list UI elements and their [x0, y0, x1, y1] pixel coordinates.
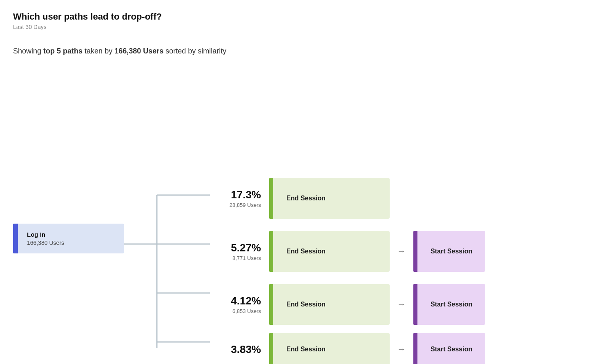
path-row-2: 5.27% 8,771 Users End Session → Start Se…: [210, 227, 485, 276]
end-session-bar-4: [269, 333, 273, 364]
start-session-bar-2: [413, 231, 417, 272]
divider: [13, 37, 576, 37]
path-1-end-session[interactable]: End Session: [269, 178, 390, 219]
summary-suffix: sorted by similarity: [165, 47, 226, 55]
summary-prefix: Showing: [13, 47, 41, 55]
path-2-end-session[interactable]: End Session: [269, 231, 390, 272]
summary-bold1: top 5 paths: [43, 47, 83, 55]
end-session-box-3: End Session: [273, 284, 390, 325]
path-3-stats: 4.12% 6,853 Users: [210, 295, 269, 314]
paths-container: 17.3% 28,859 Users End Session 5.27% 8,7…: [210, 174, 485, 364]
path-4-end-session-partial[interactable]: End Session: [269, 333, 390, 364]
path-1-percentage: 17.3%: [210, 189, 261, 201]
start-session-bar-4: [413, 333, 417, 364]
start-session-label-2: Start Session: [431, 248, 472, 255]
end-session-box-2: End Session: [273, 231, 390, 272]
end-session-box-1: End Session: [273, 178, 390, 219]
path-3-users: 6,853 Users: [210, 308, 261, 314]
path-4-percentage: 3.83%: [210, 343, 261, 356]
end-session-label-4: End Session: [286, 346, 326, 353]
end-session-bar-2: [269, 231, 273, 272]
start-session-box-2: Start Session: [417, 231, 485, 272]
date-range: Last 30 Days: [13, 24, 576, 30]
end-session-box-4: End Session: [273, 333, 390, 364]
login-box: Log In 166,380 Users: [18, 224, 124, 253]
end-session-label-1: End Session: [286, 195, 326, 202]
login-users: 166,380 Users: [27, 240, 115, 246]
login-label: Log In: [27, 231, 115, 238]
path-3-end-session[interactable]: End Session: [269, 284, 390, 325]
start-session-label-3: Start Session: [431, 301, 472, 308]
path-4-start-session-partial[interactable]: Start Session: [413, 333, 485, 364]
path-row-4-partial: 3.83% End Session → Start Session: [210, 333, 485, 364]
path-row-3: 4.12% 6,853 Users End Session → Start Se…: [210, 280, 485, 329]
end-session-label-2: End Session: [286, 248, 326, 255]
path-2-stats: 5.27% 8,771 Users: [210, 242, 269, 261]
page-title: Which user paths lead to drop-off?: [13, 11, 576, 22]
path-2-percentage: 5.27%: [210, 242, 261, 254]
path-1-users: 28,859 Users: [210, 202, 261, 208]
start-session-bar-3: [413, 284, 417, 325]
login-bar: [13, 224, 18, 253]
path-2-arrow: →: [397, 246, 406, 257]
start-session-label-4: Start Session: [431, 346, 472, 353]
summary-text: Showing top 5 paths taken by 166,380 Use…: [13, 47, 576, 55]
path-1-stats: 17.3% 28,859 Users: [210, 189, 269, 208]
path-4-arrow: →: [397, 344, 406, 355]
path-2-users: 8,771 Users: [210, 255, 261, 261]
path-3-arrow: →: [397, 299, 406, 310]
end-session-bar-1: [269, 178, 273, 219]
page-container: Which user paths lead to drop-off? Last …: [0, 0, 589, 346]
path-row-1: 17.3% 28,859 Users End Session: [210, 174, 485, 223]
end-session-bar-3: [269, 284, 273, 325]
path-4-stats: 3.83%: [210, 343, 269, 356]
end-session-label-3: End Session: [286, 301, 326, 308]
sankey-diagram: Log In 166,380 Users: [13, 69, 576, 346]
summary-bold2: 166,380 Users: [114, 47, 163, 55]
login-node: Log In 166,380 Users: [13, 224, 124, 253]
path-3-percentage: 4.12%: [210, 295, 261, 307]
path-2-start-session[interactable]: Start Session: [413, 231, 485, 272]
path-3-start-session[interactable]: Start Session: [413, 284, 485, 325]
summary-middle: taken by: [85, 47, 112, 55]
start-session-box-4: Start Session: [417, 333, 485, 364]
start-session-box-3: Start Session: [417, 284, 485, 325]
header-section: Which user paths lead to drop-off? Last …: [13, 11, 576, 30]
